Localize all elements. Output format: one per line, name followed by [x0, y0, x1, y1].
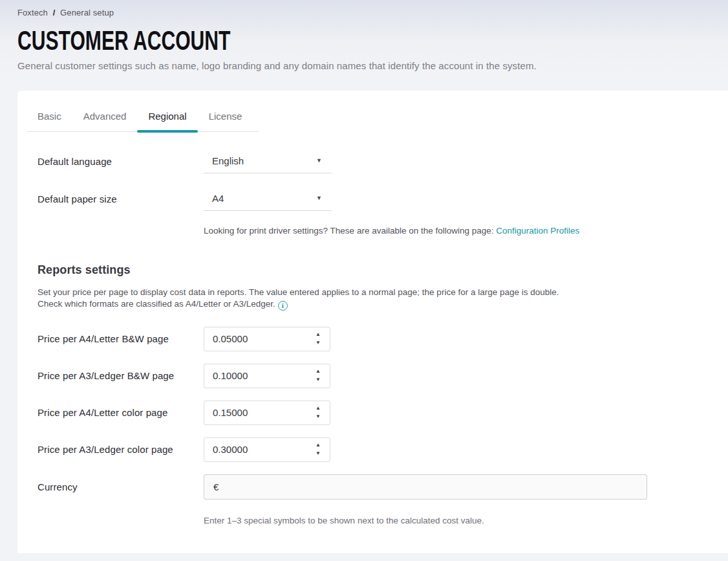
reports-settings-heading: Reports settings: [37, 263, 728, 277]
currency-input[interactable]: [204, 474, 647, 500]
breadcrumb-item-foxtech[interactable]: Foxtech: [17, 8, 48, 17]
spin-down-button[interactable]: ▼: [312, 377, 325, 383]
tab-advanced[interactable]: Advanced: [72, 104, 138, 131]
spin-down-button[interactable]: ▼: [312, 450, 325, 457]
price-a3-bw-spinners: ▲ ▼: [306, 364, 330, 388]
price-a4-color-row: Price per A4/Letter color page ▲ ▼: [37, 401, 728, 425]
default-language-row: Default language English ▼: [37, 149, 728, 173]
print-driver-note: Looking for print driver settings? These…: [204, 226, 728, 236]
default-language-value: English: [212, 155, 244, 166]
info-icon[interactable]: i: [278, 301, 288, 311]
price-a3-bw-label: Price per A3/Ledger B&W page: [37, 370, 204, 381]
spin-up-button[interactable]: ▲: [312, 442, 325, 448]
price-a3-bw-row: Price per A3/Ledger B&W page ▲ ▼: [37, 364, 728, 388]
settings-card: Basic Advanced Regional License Default …: [17, 91, 728, 553]
regional-form: Default language English ▼ Default paper…: [17, 149, 728, 525]
default-paper-size-row: Default paper size A4 ▼: [37, 186, 728, 211]
spin-up-button[interactable]: ▲: [312, 368, 325, 375]
configuration-profiles-link[interactable]: Configuration Profiles: [496, 226, 579, 236]
reports-description-line2: Check which formats are classified as A4…: [37, 299, 275, 309]
spin-down-button[interactable]: ▼: [312, 340, 325, 346]
price-a4-bw-row: Price per A4/Letter B&W page ▲ ▼: [37, 327, 728, 351]
currency-label: Currency: [37, 481, 204, 492]
price-a4-color-spinners: ▲ ▼: [306, 401, 330, 424]
currency-row: Currency: [37, 474, 728, 500]
breadcrumb-separator: /: [53, 8, 56, 17]
price-a4-bw-input-wrap: ▲ ▼: [204, 327, 330, 351]
tab-basic[interactable]: Basic: [27, 104, 72, 131]
spin-up-button[interactable]: ▲: [312, 331, 325, 338]
price-a4-bw-spinners: ▲ ▼: [306, 327, 330, 351]
default-paper-size-value: A4: [212, 193, 224, 204]
price-a3-color-input[interactable]: [204, 438, 306, 461]
price-a3-bw-input-wrap: ▲ ▼: [204, 364, 330, 388]
tab-bar: Basic Advanced Regional License: [27, 104, 259, 132]
price-a4-color-input[interactable]: [204, 401, 306, 424]
spin-down-button[interactable]: ▼: [312, 413, 325, 420]
default-paper-size-label: Default paper size: [37, 193, 204, 204]
tab-license[interactable]: License: [198, 104, 253, 131]
default-language-label: Default language: [37, 156, 204, 167]
price-a3-color-label: Price per A3/Ledger color page: [37, 444, 204, 455]
price-a4-color-label: Price per A4/Letter color page: [37, 407, 204, 418]
tab-regional[interactable]: Regional: [137, 104, 197, 131]
print-driver-note-text: Looking for print driver settings? These…: [204, 226, 496, 236]
reports-description-line1: Set your price per page to display cost …: [37, 287, 728, 298]
price-a3-color-input-wrap: ▲ ▼: [204, 437, 330, 462]
default-paper-size-select[interactable]: A4 ▼: [204, 186, 332, 211]
reports-description-line2-wrap: Check which formats are classified as A4…: [37, 298, 728, 311]
breadcrumb: Foxtech / General setup: [17, 8, 710, 17]
default-language-select[interactable]: English ▼: [204, 149, 332, 173]
chevron-down-icon: ▼: [316, 158, 322, 164]
price-a4-bw-label: Price per A4/Letter B&W page: [37, 333, 204, 344]
page-description: General customer settings such as name, …: [17, 60, 710, 71]
price-a4-color-input-wrap: ▲ ▼: [204, 401, 330, 425]
page-header: Foxtech / General setup CUSTOMER ACCOUNT…: [0, 0, 728, 71]
page-title: CUSTOMER ACCOUNT: [17, 26, 502, 54]
price-a3-color-spinners: ▲ ▼: [306, 438, 330, 461]
price-a3-color-row: Price per A3/Ledger color page ▲ ▼: [37, 437, 728, 462]
breadcrumb-item-general-setup[interactable]: General setup: [60, 8, 114, 17]
reports-settings-description: Set your price per page to display cost …: [37, 287, 728, 311]
currency-helper-text: Enter 1–3 special symbols to be shown ne…: [204, 516, 728, 525]
price-a4-bw-input[interactable]: [204, 327, 306, 351]
chevron-down-icon: ▼: [316, 195, 322, 201]
price-a3-bw-input[interactable]: [204, 364, 306, 388]
spin-up-button[interactable]: ▲: [312, 405, 325, 412]
